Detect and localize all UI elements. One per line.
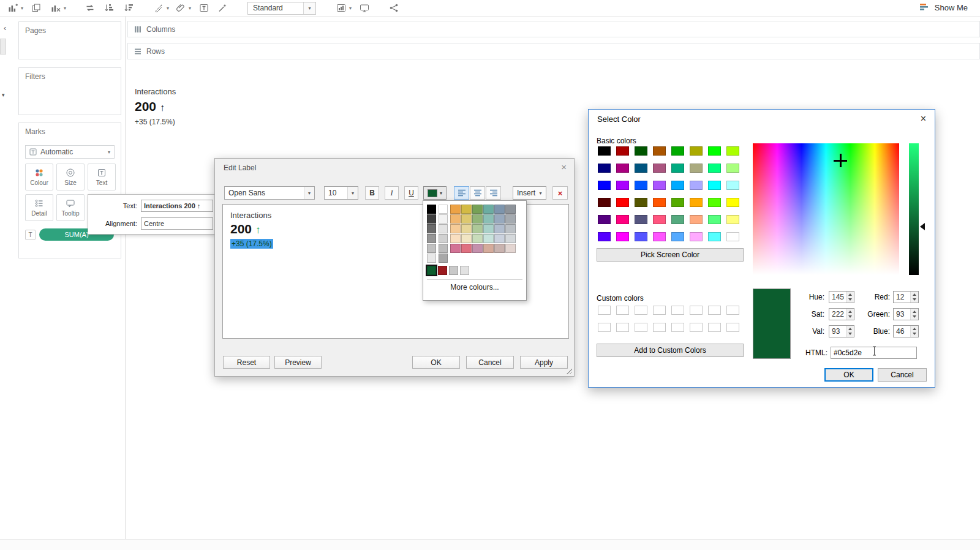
color-swatch[interactable] xyxy=(653,198,666,207)
value-slider[interactable] xyxy=(909,143,919,275)
color-swatch[interactable] xyxy=(598,232,611,241)
color-swatch[interactable] xyxy=(690,306,703,315)
color-swatch[interactable] xyxy=(726,146,739,156)
color-swatch[interactable] xyxy=(690,181,703,190)
green-spinbox[interactable]: 93 xyxy=(893,308,919,320)
close-icon[interactable]: × xyxy=(561,162,567,172)
color-swatch[interactable] xyxy=(708,198,721,207)
highlight-caret-icon[interactable]: ▾ xyxy=(167,6,169,11)
color-swatch[interactable] xyxy=(671,181,684,190)
color-swatch[interactable] xyxy=(635,198,647,207)
color-swatch[interactable] xyxy=(616,146,629,156)
color-swatch[interactable] xyxy=(461,214,472,224)
color-swatch[interactable] xyxy=(671,198,684,207)
color-swatch[interactable] xyxy=(616,164,629,173)
rail-caret-icon[interactable]: ▾ xyxy=(2,92,5,98)
share-icon[interactable] xyxy=(387,1,401,15)
blue-spinbox[interactable]: 46 xyxy=(893,325,919,337)
color-swatch[interactable] xyxy=(690,164,703,173)
color-swatch[interactable] xyxy=(708,323,721,332)
color-swatch[interactable] xyxy=(653,146,666,156)
hue-spinbox[interactable]: 145 xyxy=(829,291,854,303)
select-color-titlebar[interactable]: Select Color × xyxy=(589,110,935,127)
color-swatch[interactable] xyxy=(616,323,629,332)
color-swatch[interactable] xyxy=(653,232,666,241)
hue-spin-buttons[interactable] xyxy=(846,292,854,303)
green-spin-buttons[interactable] xyxy=(910,309,918,320)
text-button[interactable]: Text xyxy=(88,164,116,190)
color-swatch[interactable] xyxy=(483,224,494,233)
alignment-field-value[interactable]: Centre xyxy=(141,217,213,230)
color-swatch[interactable] xyxy=(671,146,684,156)
color-swatch[interactable] xyxy=(671,164,684,173)
color-swatch[interactable] xyxy=(598,306,611,315)
color-swatch[interactable] xyxy=(690,198,703,207)
color-swatch[interactable] xyxy=(708,146,721,156)
color-swatch[interactable] xyxy=(505,234,516,243)
detail-button[interactable]: Detail xyxy=(25,194,53,221)
color-crosshair[interactable] xyxy=(834,154,847,167)
color-swatch[interactable] xyxy=(708,215,721,224)
new-worksheet-caret-icon[interactable]: ▾ xyxy=(21,6,23,11)
color-swatch[interactable] xyxy=(726,215,739,224)
filters-card[interactable]: Filters xyxy=(18,67,121,115)
sat-spin-buttons[interactable] xyxy=(846,309,854,320)
color-swatch[interactable] xyxy=(635,323,647,332)
color-swatch[interactable] xyxy=(494,214,505,224)
highlight-icon[interactable] xyxy=(152,1,165,15)
mark-type-select[interactable]: Automatic ▾ xyxy=(25,145,115,159)
color-swatch[interactable] xyxy=(708,306,721,315)
clear-sheet-caret-icon[interactable]: ▾ xyxy=(64,6,66,11)
color-swatch[interactable] xyxy=(598,181,611,190)
swap-rows-columns-icon[interactable] xyxy=(83,1,97,15)
color-swatch[interactable] xyxy=(494,224,505,233)
color-swatch[interactable] xyxy=(505,224,516,233)
color-swatch[interactable] xyxy=(450,205,461,214)
color-swatch[interactable] xyxy=(726,232,739,241)
text-field-value[interactable]: Interactions 200 ↑ xyxy=(141,200,213,212)
align-center-button[interactable] xyxy=(470,186,485,200)
value-slider-arrow[interactable] xyxy=(920,223,925,230)
val-spinbox[interactable]: 93 xyxy=(829,325,854,337)
color-swatch[interactable] xyxy=(439,234,448,243)
group-members-icon[interactable] xyxy=(174,1,187,15)
color-swatch[interactable] xyxy=(427,214,436,224)
color-swatch[interactable] xyxy=(460,266,469,275)
color-swatch[interactable] xyxy=(461,234,472,243)
collapse-pane-icon[interactable]: ‹ xyxy=(4,23,6,32)
tooltip-button[interactable]: Tooltip xyxy=(56,194,85,221)
color-swatch[interactable] xyxy=(616,232,629,241)
underline-button[interactable]: U xyxy=(404,186,418,200)
preview-button[interactable]: Preview xyxy=(274,356,322,369)
color-swatch[interactable] xyxy=(671,215,684,224)
color-swatch[interactable] xyxy=(598,215,611,224)
color-swatch[interactable] xyxy=(450,234,461,243)
color-swatch[interactable] xyxy=(635,164,647,173)
color-swatch[interactable] xyxy=(708,181,721,190)
cancel-button[interactable]: Cancel xyxy=(878,368,927,382)
new-worksheet-icon[interactable] xyxy=(6,1,20,15)
color-swatch[interactable] xyxy=(483,244,494,253)
color-swatch[interactable] xyxy=(598,164,611,173)
color-swatch[interactable] xyxy=(472,234,483,243)
rows-shelf[interactable] xyxy=(208,43,980,59)
color-swatch[interactable] xyxy=(483,214,494,224)
red-spin-buttons[interactable] xyxy=(910,292,918,303)
bold-button[interactable]: B xyxy=(365,186,379,200)
color-swatch[interactable] xyxy=(450,224,461,233)
duplicate-icon[interactable] xyxy=(29,1,43,15)
show-me-button[interactable]: Show Me xyxy=(919,2,968,13)
color-swatch[interactable] xyxy=(505,244,516,253)
ok-button[interactable]: OK xyxy=(824,368,873,382)
color-swatch[interactable] xyxy=(690,146,703,156)
show-hide-cards-icon[interactable] xyxy=(334,1,348,15)
color-swatch[interactable] xyxy=(439,244,448,253)
pages-card[interactable]: Pages xyxy=(18,21,121,59)
group-members-caret-icon[interactable]: ▾ xyxy=(189,6,191,11)
hue-saturation-picker[interactable] xyxy=(753,143,899,275)
color-swatch[interactable] xyxy=(726,164,739,173)
color-swatch[interactable] xyxy=(427,224,436,233)
color-swatch[interactable] xyxy=(616,181,629,190)
color-swatch[interactable] xyxy=(726,306,739,315)
color-swatch[interactable] xyxy=(494,205,505,214)
